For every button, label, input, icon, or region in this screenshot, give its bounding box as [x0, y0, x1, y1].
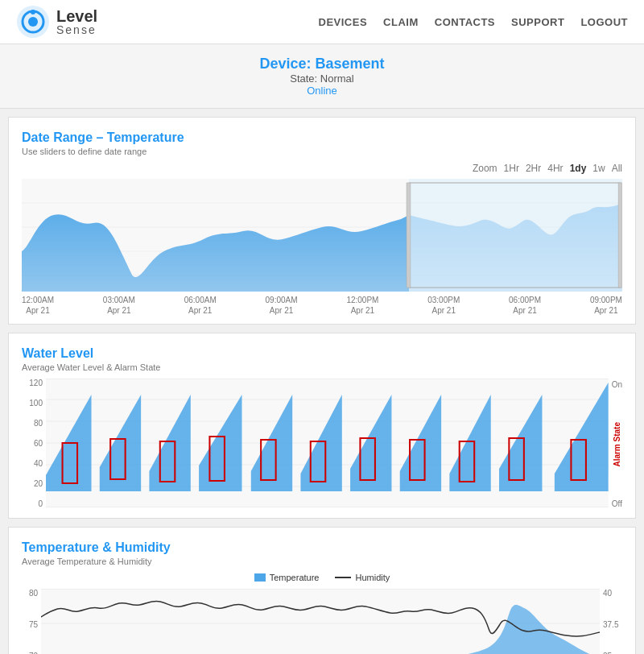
- y-label-80: 80: [22, 419, 43, 428]
- temperature-chart-section: Date Range – Temperature Use sliders to …: [8, 117, 636, 325]
- svg-rect-12: [618, 183, 622, 288]
- alarm-on-label: On: [612, 380, 622, 389]
- zoom-label: Zoom: [473, 163, 497, 174]
- device-name: Device: Basement: [16, 56, 628, 72]
- legend-humidity-label: Humidity: [355, 573, 390, 582]
- zoom-1hr[interactable]: 1Hr: [504, 163, 519, 174]
- x-label-5: 03:00PMApr 21: [427, 295, 460, 316]
- temp-x-axis: 12:00AMApr 21 03:00AMApr 21 06:00AMApr 2…: [22, 292, 622, 316]
- zoom-all[interactable]: All: [612, 163, 622, 174]
- th-chart-section: Temperature & Humidity Average Temperatu…: [8, 527, 636, 654]
- legend-temp-icon: [254, 573, 266, 582]
- x-label-2: 06:00AMApr 21: [184, 295, 217, 316]
- y-label-0: 0: [22, 499, 43, 508]
- zoom-4hr[interactable]: 4Hr: [547, 163, 563, 174]
- temp-chart-wrapper: [22, 179, 622, 292]
- device-online: Online: [16, 85, 628, 97]
- zoom-2hr[interactable]: 2Hr: [526, 163, 541, 174]
- legend-humidity: Humidity: [335, 573, 390, 582]
- device-title-section: Device: Basement State: Normal Online: [0, 44, 644, 109]
- water-y-axis-left: 120 100 80 60 40 20 0: [22, 379, 46, 510]
- device-state: State: Normal: [16, 72, 628, 85]
- main-nav: DEVICES CLAIM CONTACTS SUPPORT LOGOUT: [319, 16, 628, 28]
- temp-chart-subtitle: Use sliders to define date range: [22, 147, 622, 156]
- th-ry-375: 37.5: [603, 620, 622, 629]
- water-level-chart-section: Water Level Average Water Level & Alarm …: [8, 333, 636, 519]
- y-label-120: 120: [22, 379, 43, 387]
- alarm-state-container: On Alarm State Off: [612, 379, 622, 510]
- svg-rect-11: [407, 183, 411, 288]
- alarm-state-label: Alarm State: [613, 422, 621, 467]
- th-chart-subtitle: Average Temperature & Humidity: [22, 557, 622, 566]
- legend-humidity-icon: [335, 577, 351, 578]
- svg-point-2: [28, 17, 38, 27]
- y-label-20: 20: [22, 479, 43, 488]
- y-label-100: 100: [22, 399, 43, 408]
- legend-temp-label: Temperature: [270, 573, 320, 582]
- x-label-0: 12:00AMApr 21: [22, 295, 54, 316]
- th-y-75: 75: [22, 620, 38, 629]
- legend-temperature: Temperature: [254, 573, 320, 582]
- y-label-40: 40: [22, 459, 43, 468]
- nav-devices[interactable]: DEVICES: [319, 16, 368, 28]
- temp-chart-svg: [22, 179, 622, 292]
- zoom-1dy[interactable]: 1dy: [570, 163, 587, 174]
- nav-contacts[interactable]: CONTACTS: [435, 16, 495, 28]
- th-chart-svg: [41, 589, 600, 654]
- x-label-1: 03:00AMApr 21: [103, 295, 135, 316]
- logo-icon: [16, 5, 50, 39]
- th-chart-main: [41, 589, 600, 654]
- th-left-axis: 80 75 70 65: [22, 589, 41, 654]
- nav-support[interactable]: SUPPORT: [511, 16, 564, 28]
- th-chart-wrapper: 80 75 70 65 40 37.5 35: [22, 589, 622, 654]
- th-right-axis: 40 37.5 35 32.5: [600, 589, 622, 654]
- x-label-3: 09:00AMApr 21: [266, 295, 298, 316]
- alarm-off-label: Off: [612, 499, 622, 508]
- temp-chart-title: Date Range – Temperature: [22, 130, 622, 145]
- zoom-controls: Zoom 1Hr 2Hr 4Hr 1dy 1w All: [22, 163, 622, 174]
- x-label-7: 09:00PMApr 21: [590, 295, 622, 316]
- th-legend: Temperature Humidity: [22, 573, 622, 582]
- th-y-80: 80: [22, 589, 38, 598]
- water-chart-title: Water Level: [22, 346, 622, 361]
- water-chart-main: [46, 379, 609, 510]
- header: Level Sense DEVICES CLAIM CONTACTS SUPPO…: [0, 0, 644, 44]
- logo-text: Level Sense: [56, 8, 97, 35]
- x-label-4: 12:00PMApr 21: [346, 295, 378, 316]
- logo-sense-text: Sense: [56, 24, 97, 35]
- water-chart-container: 120 100 80 60 40 20 0: [22, 379, 622, 510]
- th-chart-title: Temperature & Humidity: [22, 540, 622, 555]
- nav-logout[interactable]: LOGOUT: [580, 16, 628, 28]
- svg-point-3: [31, 10, 35, 14]
- water-chart-svg: [46, 379, 609, 507]
- x-label-6: 06:00PMApr 21: [509, 295, 541, 316]
- y-label-60: 60: [22, 439, 43, 448]
- nav-claim[interactable]: CLAIM: [383, 16, 419, 28]
- th-ry-40: 40: [603, 589, 622, 598]
- alarm-state-axis: On Alarm State Off: [612, 380, 622, 509]
- zoom-1w[interactable]: 1w: [592, 163, 605, 174]
- water-chart-subtitle: Average Water Level & Alarm State: [22, 362, 622, 372]
- logo: Level Sense: [16, 5, 97, 39]
- logo-level-text: Level: [56, 8, 97, 24]
